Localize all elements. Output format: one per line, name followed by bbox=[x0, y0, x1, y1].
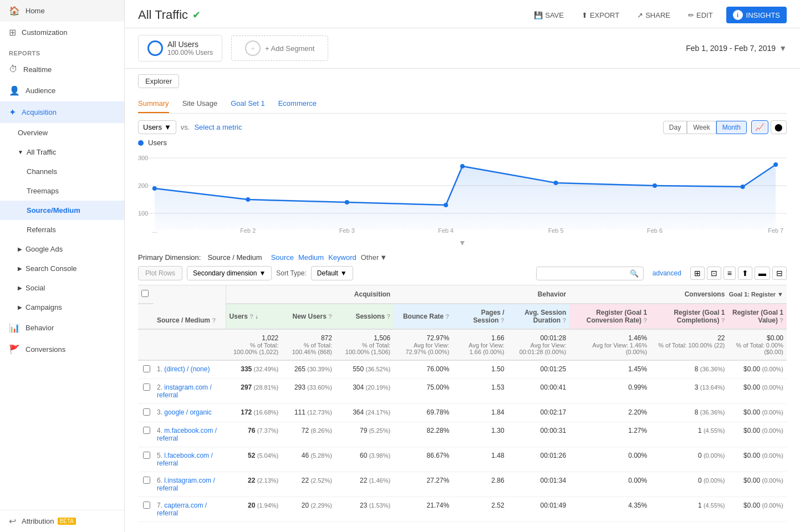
sidebar-item-label: Acquisition bbox=[22, 108, 57, 116]
all-users-segment[interactable]: All Users 100.00% Users bbox=[138, 35, 222, 62]
sidebar-item-social[interactable]: ▶ Social bbox=[0, 278, 124, 298]
sidebar-item-campaigns[interactable]: ▶ Campaigns bbox=[0, 298, 124, 317]
svg-point-12 bbox=[653, 183, 657, 188]
sidebar-item-attribution[interactable]: ↩ Attribution BETA bbox=[0, 510, 124, 532]
save-button[interactable]: 💾 SAVE bbox=[529, 9, 568, 22]
tab-site-usage[interactable]: Site Usage bbox=[182, 95, 218, 113]
col-completions[interactable]: Register (Goal 1 Completions) ? bbox=[650, 304, 728, 329]
sidebar-item-conversions[interactable]: 🚩 Conversions bbox=[0, 339, 124, 360]
dim-link-medium[interactable]: Medium bbox=[298, 253, 324, 262]
help-icon[interactable]: ? bbox=[212, 317, 216, 324]
help-icon[interactable]: ? bbox=[562, 317, 566, 324]
tab-summary[interactable]: Summary bbox=[138, 95, 169, 113]
export-button[interactable]: ⬆ EXPORT bbox=[577, 9, 624, 22]
select-all-checkbox[interactable] bbox=[138, 285, 154, 304]
help-icon[interactable]: ? bbox=[721, 317, 725, 324]
date-range-picker[interactable]: Feb 1, 2019 - Feb 7, 2019 ▼ bbox=[686, 44, 787, 53]
col-new-users[interactable]: New Users ? bbox=[282, 304, 335, 329]
help-icon[interactable]: ? bbox=[643, 317, 647, 324]
verified-icon: ✔ bbox=[192, 9, 201, 21]
col-sessions[interactable]: Sessions ? bbox=[335, 304, 394, 329]
col-pages-session[interactable]: Pages / Session ? bbox=[452, 304, 507, 329]
clock-icon: ⏱ bbox=[9, 64, 18, 74]
add-segment-button[interactable]: + + Add Segment bbox=[231, 35, 328, 61]
col-conv-rate[interactable]: Register (Goal 1 Conversion Rate) ? bbox=[569, 304, 650, 329]
help-icon[interactable]: ? bbox=[328, 313, 332, 320]
tab-goal-set-1[interactable]: Goal Set 1 bbox=[231, 95, 264, 113]
detail-view-button[interactable]: ⊟ bbox=[772, 267, 787, 280]
source-medium-link[interactable]: capterra.com / referral bbox=[157, 502, 207, 517]
row-num: 4. bbox=[157, 427, 162, 434]
help-icon[interactable]: ? bbox=[501, 317, 505, 324]
help-icon[interactable]: ? bbox=[779, 317, 783, 324]
row-checkbox[interactable] bbox=[143, 383, 150, 391]
select-metric-link[interactable]: Select a metric bbox=[194, 123, 242, 131]
day-button[interactable]: Day bbox=[663, 121, 687, 134]
source-medium-link[interactable]: (direct) / (none) bbox=[164, 365, 210, 373]
performance-view-button[interactable]: ▬ bbox=[755, 267, 770, 280]
term-cloud-button[interactable]: ≡ bbox=[723, 267, 736, 280]
sidebar-item-label: Home bbox=[26, 7, 45, 15]
source-medium-link[interactable]: instagram.com / referral bbox=[157, 383, 212, 399]
source-medium-link[interactable]: l.instagram.com / referral bbox=[157, 477, 215, 492]
help-icon[interactable]: ? bbox=[249, 313, 253, 320]
dim-link-keyword[interactable]: Keyword bbox=[328, 253, 356, 262]
source-medium-link[interactable]: google / organic bbox=[164, 408, 211, 416]
sidebar-item-sourcemedium[interactable]: Source/Medium bbox=[0, 201, 124, 220]
insights-button[interactable]: i INSIGHTS bbox=[726, 7, 787, 23]
pie-chart-button[interactable]: ⬤ bbox=[771, 120, 787, 134]
row-checkbox[interactable] bbox=[143, 408, 150, 416]
sidebar-item-realtime[interactable]: ⏱ Realtime bbox=[0, 59, 124, 80]
row-checkbox[interactable] bbox=[143, 365, 150, 372]
dim-other-dropdown[interactable]: Other ▼ bbox=[361, 253, 387, 262]
source-medium-link[interactable]: l.facebook.com / referral bbox=[157, 452, 213, 467]
sidebar-item-customization[interactable]: ⊞ Customization bbox=[0, 22, 124, 43]
tab-ecommerce[interactable]: Ecommerce bbox=[278, 95, 317, 113]
row-checkbox[interactable] bbox=[143, 477, 150, 484]
line-chart-button[interactable]: 📈 bbox=[751, 120, 768, 134]
sidebar-item-acquisition[interactable]: ✦ Acquisition bbox=[0, 101, 124, 123]
total-duration: 00:01:28 bbox=[541, 334, 567, 342]
edit-button[interactable]: ✏ EDIT bbox=[684, 9, 717, 22]
week-button[interactable]: Week bbox=[687, 121, 716, 134]
col-bounce-rate[interactable]: Bounce Rate ? bbox=[394, 304, 452, 329]
chart-scroll-indicator[interactable]: ▼ bbox=[458, 238, 466, 247]
help-icon[interactable]: ? bbox=[386, 313, 390, 320]
row-checkbox[interactable] bbox=[143, 452, 150, 459]
sidebar-item-behavior[interactable]: 📊 Behavior bbox=[0, 317, 124, 339]
row-checkbox[interactable] bbox=[143, 427, 150, 434]
sidebar-item-overview[interactable]: Overview bbox=[0, 123, 124, 142]
sidebar-item-audience[interactable]: 👤 Audience bbox=[0, 80, 124, 101]
sidebar-item-searchconsole[interactable]: ▶ Search Console bbox=[0, 259, 124, 278]
sort-type-dropdown[interactable]: Default ▼ bbox=[311, 266, 353, 280]
col-users[interactable]: Users ? ↓ bbox=[226, 304, 282, 329]
goal-dropdown[interactable]: Goal 1: Register ▼ bbox=[729, 291, 783, 298]
advanced-link[interactable]: advanced bbox=[653, 269, 681, 277]
chevron-down-icon: ▼ bbox=[259, 269, 266, 277]
secondary-dimension-dropdown[interactable]: Secondary dimension ▼ bbox=[187, 266, 272, 280]
col-avg-duration[interactable]: Avg. Session Duration ? bbox=[508, 304, 570, 329]
row-checkbox[interactable] bbox=[143, 502, 150, 509]
sidebar-item-home[interactable]: 🏠 Home bbox=[0, 0, 124, 22]
sidebar-item-treemaps[interactable]: Treemaps bbox=[0, 181, 124, 201]
help-icon[interactable]: ? bbox=[446, 313, 450, 320]
month-button[interactable]: Month bbox=[716, 121, 747, 134]
search-input[interactable] bbox=[541, 269, 630, 277]
table-view-button[interactable]: ⊞ bbox=[690, 267, 705, 280]
total-new-users: 872 bbox=[321, 334, 332, 342]
sidebar-item-googleads[interactable]: ▶ Google Ads bbox=[0, 239, 124, 259]
sidebar-item-channels[interactable]: Channels bbox=[0, 162, 124, 181]
source-medium-link[interactable]: m.facebook.com / referral bbox=[157, 427, 217, 442]
pivot-button[interactable]: ⬆ bbox=[738, 267, 752, 280]
dim-link-source[interactable]: Source bbox=[271, 253, 294, 262]
sidebar-item-alltraffic[interactable]: ▼ All Traffic bbox=[0, 142, 124, 162]
search-icon[interactable]: 🔍 bbox=[630, 269, 639, 278]
save-icon: 💾 bbox=[534, 11, 543, 19]
share-button[interactable]: ↗ SHARE bbox=[633, 9, 675, 22]
col-goal-value[interactable]: Register (Goal 1 Value) ? bbox=[728, 304, 787, 329]
conversions-icon: 🚩 bbox=[9, 344, 20, 355]
sidebar-item-referrals[interactable]: Referrals bbox=[0, 220, 124, 239]
comparison-view-button[interactable]: ⊡ bbox=[707, 267, 721, 280]
metric-dropdown[interactable]: Users ▼ bbox=[138, 120, 176, 134]
plot-rows-button[interactable]: Plot Rows bbox=[138, 266, 182, 280]
